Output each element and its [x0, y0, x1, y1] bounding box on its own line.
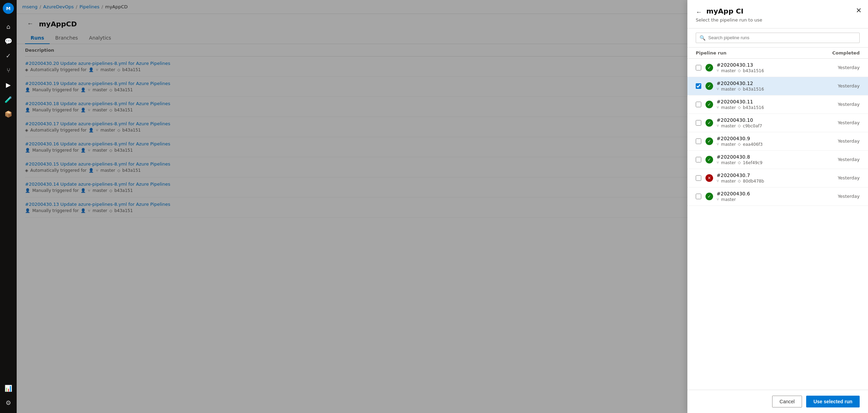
run-id-0: #20200430.13 [717, 62, 825, 68]
run-branch-4: master [721, 142, 736, 147]
run-info-7: #20200430.6 ⑂ master [717, 191, 825, 202]
commit-icon: ◇ [738, 68, 741, 73]
run-commit-2: b43a1516 [743, 105, 764, 110]
run-id-2: #20200430.11 [717, 99, 825, 104]
commit-icon: ◇ [738, 160, 741, 165]
run-commit-4: eaa406f3 [743, 142, 763, 147]
run-branch-1: master [721, 87, 736, 92]
commit-icon: ◇ [738, 142, 741, 146]
run-info-0: #20200430.13 ⑂ master ◇ b43a1516 [717, 62, 825, 73]
panel-search-area: 🔍 [687, 28, 868, 48]
run-info-4: #20200430.9 ⑂ master ◇ eaa406f3 [717, 136, 825, 147]
run-status-success-icon: ✓ [705, 64, 713, 71]
run-status-success-icon: ✓ [705, 137, 713, 145]
run-status-fail-icon: ✕ [705, 174, 713, 182]
run-checkbox-1[interactable] [696, 83, 701, 89]
panel-title: myApp CI [706, 7, 743, 15]
search-box: 🔍 [696, 33, 860, 43]
chart-icon[interactable]: 📊 [1, 381, 15, 395]
run-row-2[interactable]: ✓ #20200430.11 ⑂ master ◇ b43a1516 Yeste… [687, 95, 868, 114]
work-icon[interactable]: ✓ [1, 49, 15, 62]
run-id-5: #20200430.8 [717, 154, 825, 160]
sidebar: M ⌂ 💬 ✓ ⑂ ▶ 🧪 📦 📊 ⚙ [0, 0, 17, 413]
test-icon[interactable]: 🧪 [1, 92, 15, 106]
branch-icon: ⑂ [717, 197, 719, 202]
run-completed-3: Yesterday [825, 120, 860, 125]
branch-icon: ⑂ [717, 142, 719, 146]
commit-icon: ◇ [738, 87, 741, 91]
panel-subtitle: Select the pipeline run to use [696, 17, 860, 23]
use-selected-run-button[interactable]: Use selected run [806, 396, 860, 407]
run-row-1[interactable]: ✓ #20200430.12 ⑂ master ◇ b43a1516 Yeste… [687, 77, 868, 95]
run-id-1: #20200430.12 [717, 81, 825, 86]
run-row-7[interactable]: ✓ #20200430.6 ⑂ master Yesterday [687, 187, 868, 206]
run-branch-3: master [721, 124, 736, 128]
side-panel: ← myApp CI Select the pipeline run to us… [687, 0, 868, 413]
search-icon: 🔍 [700, 35, 705, 41]
run-row-6[interactable]: ✕ #20200430.7 ⑂ master ◇ 80db478b Yester… [687, 169, 868, 187]
run-status-success-icon: ✓ [705, 82, 713, 90]
run-completed-4: Yesterday [825, 138, 860, 144]
run-commit-0: b43a1516 [743, 68, 764, 73]
run-row-4[interactable]: ✓ #20200430.9 ⑂ master ◇ eaa406f3 Yester… [687, 132, 868, 151]
run-checkbox-7[interactable] [696, 194, 701, 199]
col-pipeline-run: Pipeline run [696, 50, 825, 56]
branch-icon: ⑂ [717, 160, 719, 165]
run-info-3: #20200430.10 ⑂ master ◇ c9bc0af7 [717, 117, 825, 128]
pipelines-icon[interactable]: ▶ [1, 78, 15, 92]
cancel-button[interactable]: Cancel [772, 396, 802, 407]
run-id-6: #20200430.7 [717, 172, 825, 178]
run-info-2: #20200430.11 ⑂ master ◇ b43a1516 [717, 99, 825, 110]
panel-back-button[interactable]: ← [696, 9, 702, 16]
run-completed-5: Yesterday [825, 157, 860, 162]
run-checkbox-4[interactable] [696, 138, 701, 144]
run-completed-6: Yesterday [825, 175, 860, 180]
run-status-success-icon: ✓ [705, 193, 713, 200]
run-info-5: #20200430.8 ⑂ master ◇ 16ef49c9 [717, 154, 825, 165]
panel-close-button[interactable]: ✕ [856, 6, 862, 15]
branch-icon: ⑂ [717, 68, 719, 73]
run-completed-2: Yesterday [825, 102, 860, 107]
branch-icon: ⑂ [717, 87, 719, 91]
run-info-6: #20200430.7 ⑂ master ◇ 80db478b [717, 172, 825, 184]
settings-icon[interactable]: ⚙ [1, 396, 15, 410]
avatar[interactable]: M [3, 3, 14, 14]
run-completed-7: Yesterday [825, 194, 860, 199]
run-id-7: #20200430.6 [717, 191, 825, 196]
search-input[interactable] [708, 35, 856, 40]
commit-icon: ◇ [738, 124, 741, 128]
panel-list-header: Pipeline run Completed [687, 48, 868, 59]
run-checkbox-6[interactable] [696, 175, 701, 181]
panel-footer: Cancel Use selected run [687, 390, 868, 413]
run-checkbox-5[interactable] [696, 157, 701, 162]
run-status-success-icon: ✓ [705, 101, 713, 108]
branch-icon: ⑂ [717, 124, 719, 128]
run-commit-3: c9bc0af7 [743, 124, 762, 128]
run-checkbox-2[interactable] [696, 102, 701, 107]
repo-icon[interactable]: ⑂ [1, 63, 15, 77]
run-branch-7: master [721, 197, 736, 202]
run-checkbox-0[interactable] [696, 65, 701, 70]
artifacts-icon[interactable]: 📦 [1, 107, 15, 121]
chat-icon[interactable]: 💬 [1, 34, 15, 48]
home-icon[interactable]: ⌂ [1, 19, 15, 33]
commit-icon: ◇ [738, 179, 741, 183]
main-area: mseng / AzureDevOps / Pipelines / myAppC… [17, 0, 868, 413]
branch-icon: ⑂ [717, 105, 719, 110]
panel-header: ← myApp CI Select the pipeline run to us… [687, 0, 868, 28]
branch-icon: ⑂ [717, 179, 719, 183]
run-id-3: #20200430.10 [717, 117, 825, 123]
col-completed: Completed [825, 50, 860, 56]
run-row-3[interactable]: ✓ #20200430.10 ⑂ master ◇ c9bc0af7 Yeste… [687, 114, 868, 132]
run-branch-0: master [721, 68, 736, 73]
panel-run-list: ✓ #20200430.13 ⑂ master ◇ b43a1516 Yeste… [687, 59, 868, 390]
run-branch-5: master [721, 160, 736, 165]
run-commit-1: b43a1516 [743, 87, 764, 92]
run-row-5[interactable]: ✓ #20200430.8 ⑂ master ◇ 16ef49c9 Yester… [687, 151, 868, 169]
run-commit-5: 16ef49c9 [743, 160, 762, 165]
run-status-success-icon: ✓ [705, 119, 713, 127]
run-checkbox-3[interactable] [696, 120, 701, 126]
run-status-success-icon: ✓ [705, 156, 713, 163]
run-row-0[interactable]: ✓ #20200430.13 ⑂ master ◇ b43a1516 Yeste… [687, 59, 868, 77]
run-completed-0: Yesterday [825, 65, 860, 70]
